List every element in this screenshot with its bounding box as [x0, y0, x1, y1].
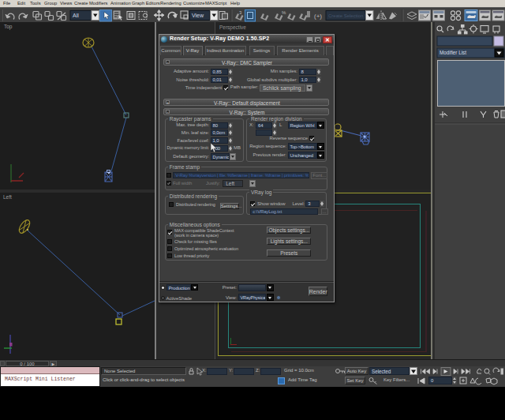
svg-text:(+): (+): [314, 13, 322, 20]
svg-text:Modifier List: Modifier List: [440, 50, 466, 55]
svg-text:%: %: [282, 10, 286, 15]
svg-text:3: 3: [239, 10, 242, 15]
svg-text:All: All: [73, 13, 79, 18]
svg-text:Create Selection Se: Create Selection Se: [328, 13, 371, 18]
svg-text:View: View: [192, 13, 204, 18]
